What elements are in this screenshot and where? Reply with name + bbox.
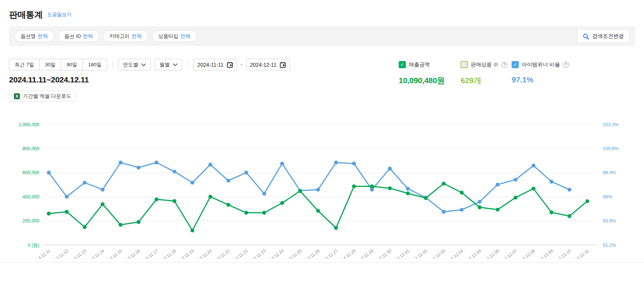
item-winner-ratio-point[interactable] [316, 188, 320, 191]
item-winner-ratio-point[interactable] [513, 178, 517, 181]
revenue-point[interactable] [298, 189, 302, 193]
revenue-point[interactable] [585, 199, 589, 203]
date-from-input[interactable]: 2024-11-11 [193, 59, 237, 70]
item-winner-ratio-point[interactable] [442, 210, 446, 213]
help-icon[interactable] [501, 62, 507, 68]
revenue-point[interactable] [209, 195, 212, 198]
item-winner-ratio-point[interactable] [137, 166, 140, 169]
calendar-icon[interactable] [280, 62, 286, 68]
revenue-point[interactable] [191, 228, 194, 232]
filter-pill-option-id[interactable]: 옵션 ID 전체 [58, 30, 99, 42]
revenue-point[interactable] [262, 211, 266, 215]
item-winner-ratio-point[interactable] [209, 163, 212, 166]
left-axis-tick: 400,000 [23, 194, 39, 200]
revenue-point[interactable] [316, 209, 320, 213]
divider [188, 61, 188, 69]
item-winner-ratio-point[interactable] [65, 195, 69, 198]
item-winner-ratio-point[interactable] [406, 187, 410, 191]
item-winner-ratio-point[interactable] [531, 164, 535, 167]
help-link[interactable]: 도움말보기 [47, 11, 72, 18]
legend-item-item-winner-ratio[interactable]: 아이템위너 비율 [512, 61, 635, 68]
item-winner-ratio-value: 97.1% [512, 75, 533, 84]
item-winner-ratio-point[interactable] [478, 200, 482, 203]
item-winner-ratio-point[interactable] [370, 188, 374, 191]
x-axis-label: 2024.12.08 [516, 248, 536, 258]
revenue-point[interactable] [388, 186, 392, 190]
checkbox-unchecked-icon[interactable] [461, 61, 468, 68]
revenue-point[interactable] [155, 197, 158, 201]
revenue-point[interactable] [495, 207, 499, 211]
x-axis-label: 2024.11.22 [229, 248, 249, 258]
period-button-30d[interactable]: 30일 [39, 59, 62, 70]
item-winner-ratio-point[interactable] [173, 170, 176, 173]
pill-label: 상품타입 [158, 33, 179, 40]
checkbox-checked-icon[interactable] [512, 61, 519, 68]
item-winner-ratio-point[interactable] [567, 188, 571, 191]
revenue-point[interactable] [531, 187, 535, 190]
item-winner-ratio-point[interactable] [47, 171, 51, 175]
period-button-180d[interactable]: 180일 [83, 59, 107, 70]
revenue-point[interactable] [226, 203, 230, 207]
revenue-value: 10,090,480원 [399, 76, 445, 85]
legend-item-products-sold[interactable]: 판매상품 수 [461, 61, 512, 68]
legend-item-revenue[interactable]: 매출금액 [399, 61, 461, 68]
help-icon[interactable] [563, 62, 569, 68]
summary-row: 2024.11.11~2024.12.11 10,090,480원 629개 9… [9, 75, 635, 87]
item-winner-ratio-point[interactable] [262, 192, 266, 195]
revenue-point[interactable] [47, 212, 51, 215]
filter-pill-option-name[interactable]: 옵션명 전체 [14, 30, 54, 42]
revenue-point[interactable] [549, 210, 553, 214]
date-to-input[interactable]: 2024-12-11 [246, 59, 290, 70]
revenue-point[interactable] [406, 191, 410, 195]
pill-label: 옵션 ID [65, 33, 81, 40]
revenue-point[interactable] [352, 184, 356, 188]
revenue-point[interactable] [370, 184, 374, 188]
item-winner-ratio-point[interactable] [191, 181, 194, 184]
x-axis-label: 2024.11.28 [337, 248, 356, 258]
item-winner-ratio-point[interactable] [119, 161, 122, 164]
calendar-icon[interactable] [227, 62, 233, 68]
revenue-point[interactable] [173, 199, 176, 203]
item-winner-ratio-point[interactable] [155, 161, 158, 164]
checkbox-checked-icon[interactable] [399, 61, 406, 68]
period-button-90d[interactable]: 90일 [61, 59, 83, 70]
item-winner-ratio-point[interactable] [495, 183, 499, 187]
item-winner-ratio-point[interactable] [352, 161, 356, 165]
filter-pill-category[interactable]: 카테고리 전체 [103, 30, 148, 42]
revenue-point[interactable] [334, 226, 338, 230]
period-button-7d[interactable]: 최근 7일 [9, 59, 40, 70]
x-axis-label: 2024.12.10 [552, 248, 572, 258]
excel-download-button[interactable]: 기간별 엑셀 다운로드 [9, 91, 76, 101]
search-condition-button[interactable]: 검색조건변경 [577, 29, 630, 43]
item-winner-ratio-point[interactable] [549, 180, 553, 184]
sales-chart-svg[interactable]: 1,000,000103.2%800,000100.8%600,00098.4%… [9, 107, 635, 258]
yearly-dropdown-label: 연도별 [123, 61, 138, 68]
item-winner-ratio-point[interactable] [244, 171, 248, 175]
revenue-point[interactable] [424, 196, 428, 200]
filter-pill-product-type[interactable]: 상품타입 전체 [152, 30, 197, 42]
revenue-point[interactable] [137, 220, 140, 224]
revenue-point[interactable] [280, 201, 284, 205]
item-winner-ratio-point[interactable] [83, 181, 87, 184]
revenue-point[interactable] [119, 223, 122, 227]
item-winner-ratio-point[interactable] [280, 161, 284, 165]
sales-chart[interactable]: 1,000,000103.2%800,000100.8%600,00098.4%… [9, 107, 635, 260]
revenue-point[interactable] [513, 195, 517, 199]
item-winner-ratio-point[interactable] [334, 161, 338, 164]
item-winner-ratio-point[interactable] [388, 167, 392, 170]
item-winner-ratio-point[interactable] [101, 188, 104, 191]
yearly-dropdown[interactable]: 연도별 [118, 59, 151, 70]
revenue-point[interactable] [478, 205, 482, 209]
revenue-point[interactable] [244, 211, 248, 215]
item-winner-ratio-point[interactable] [460, 208, 464, 212]
revenue-point[interactable] [65, 210, 69, 213]
revenue-point[interactable] [101, 202, 104, 206]
revenue-point[interactable] [442, 182, 446, 185]
left-axis-tick: 200,000 [23, 218, 39, 224]
item-winner-ratio-point[interactable] [226, 179, 230, 182]
products-sold-value: 629개 [461, 76, 481, 85]
revenue-point[interactable] [460, 191, 464, 194]
revenue-point[interactable] [83, 225, 87, 229]
revenue-point[interactable] [567, 214, 571, 218]
monthly-dropdown[interactable]: 월별 [155, 59, 182, 70]
